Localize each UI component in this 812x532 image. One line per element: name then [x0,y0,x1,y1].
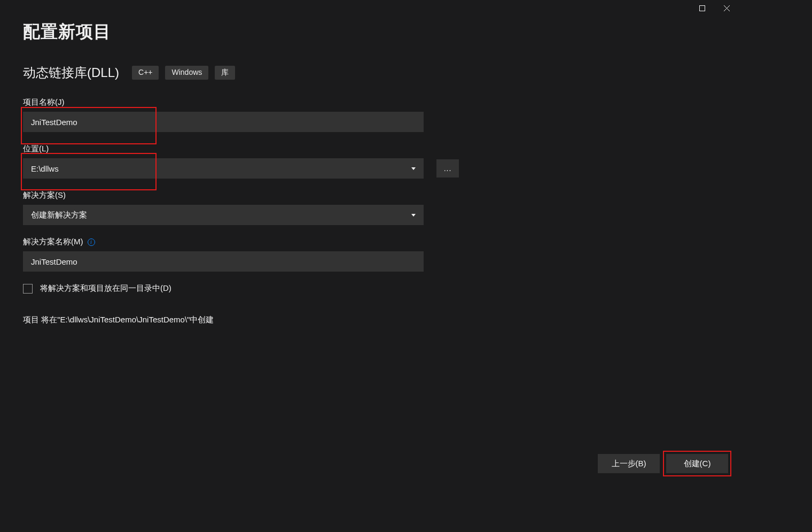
same-directory-label: 将解决方案和项目放在同一目录中(D) [40,283,171,294]
solution-name-label: 解决方案名称(M) i [23,237,557,247]
close-button[interactable] [714,0,739,16]
back-button[interactable]: 上一步(B) [598,454,660,473]
solution-select[interactable]: 创建新解决方案 [23,205,424,225]
project-name-field: 项目名称(J) [23,97,557,132]
project-name-input[interactable] [23,112,424,132]
dialog-window: 配置新项目 动态链接库(DLL) C++ Windows 库 项目名称(J) 位… [8,0,739,484]
same-directory-checkbox[interactable] [23,284,33,294]
chevron-down-icon [411,167,416,170]
location-field: 位置(L) E:\dllws ... [23,144,557,179]
location-select[interactable]: E:\dllws [23,158,424,179]
info-icon[interactable]: i [88,238,95,246]
solution-name-field: 解决方案名称(M) i [23,237,557,272]
solution-name-input[interactable] [23,251,424,272]
location-label: 位置(L) [23,144,557,154]
template-tags: C++ Windows 库 [132,66,235,80]
titlebar-controls [690,0,739,16]
creation-path-hint: 项目 将在"E:\dllws\JniTestDemo\JniTestDemo\"… [23,315,557,325]
tag-windows: Windows [165,66,208,80]
solution-label: 解决方案(S) [23,190,557,201]
page-title: 配置新项目 [23,20,557,44]
tag-library: 库 [215,66,235,80]
footer-buttons: 上一步(B) 创建(C) [598,454,728,473]
same-directory-row: 将解决方案和项目放在同一目录中(D) [23,283,557,294]
chevron-down-icon [411,214,416,217]
content-area: 配置新项目 动态链接库(DLL) C++ Windows 库 项目名称(J) 位… [23,20,557,325]
create-button[interactable]: 创建(C) [666,454,728,473]
location-value: E:\dllws [31,164,59,173]
solution-value: 创建新解决方案 [31,210,87,220]
solution-field: 解决方案(S) 创建新解决方案 [23,190,557,225]
browse-button[interactable]: ... [436,159,459,178]
template-name: 动态链接库(DLL) [23,64,119,81]
project-name-label: 项目名称(J) [23,97,557,107]
template-header: 动态链接库(DLL) C++ Windows 库 [23,64,557,81]
tag-cpp: C++ [132,66,159,80]
maximize-button[interactable] [690,0,714,16]
svg-rect-0 [699,5,705,11]
